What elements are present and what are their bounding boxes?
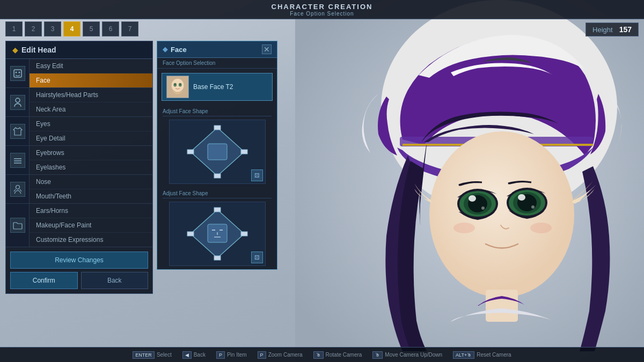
confirm-button[interactable]: Confirm [10,272,78,289]
step-tab-2[interactable]: 2 [25,21,42,36]
status-reset: ALT+🖱 Reset Camera [453,351,511,359]
zoom-label: Zoom Camera [268,352,303,358]
face-panel-header: ◆ Face ✕ [157,41,277,58]
svg-point-35 [180,84,181,85]
step-tab-4[interactable]: 4 [63,21,80,36]
move-label: Move Camera Up/Down [385,352,442,358]
dice-button-1[interactable]: ⚄ [251,169,263,181]
section-hair: Hairstyles/Head Parts Neck Area [6,88,152,117]
status-move: 🖱 Move Camera Up/Down [372,351,442,359]
menu-item-eyelashes[interactable]: Eyelashes [30,160,152,174]
face-option-name: Base Face T2 [193,83,233,91]
shape-control-1[interactable]: ⚄ [169,120,266,184]
bottom-action-buttons: Confirm Back [10,272,148,289]
svg-rect-37 [214,125,221,130]
svg-rect-44 [214,256,221,260]
face-icon [10,66,25,81]
menu-item-easy-edit[interactable]: Easy Edit [30,59,152,73]
body-icon [10,95,25,110]
section-ears: Ears/Horns Makeup/Face Paint Customize E… [6,204,152,247]
left-panel-title: Edit Head [21,46,56,54]
section-eyes: Eyes Eye Detail [6,117,152,146]
status-pin: P Pin Item [216,351,247,359]
face-panel-title-text: Face [171,46,187,54]
face-option-item[interactable]: Base Face T2 [162,73,273,101]
game-title: CHARACTER CREATION [272,3,373,11]
adjust-label-1: Adjust Face Shape [163,108,272,116]
height-display: Height 157 [586,23,639,36]
section-row-eyes: Eyes Eye Detail [6,117,152,145]
back-key: ◀ [182,351,192,359]
svg-rect-45 [187,232,194,236]
height-value: 157 [619,25,632,34]
svg-rect-39 [187,150,194,154]
review-changes-button[interactable]: Review Changes [10,252,148,269]
title-area: CHARACTER CREATION Face Option Selection [272,3,373,17]
status-zoom: P Zoom Camera [258,351,303,359]
reset-key: ALT+🖱 [453,351,474,359]
section-row-brows: Eyebrows Eyelashes [6,146,152,174]
enter-key: ENTER [133,351,155,359]
menu-item-eyebrows[interactable]: Eyebrows [30,146,152,160]
back-label: Back [194,352,206,358]
menu-item-nose[interactable]: Nose [30,175,152,189]
face-close-button[interactable]: ✕ [262,45,272,54]
rotate-key: 🖱 [313,351,324,359]
back-button[interactable]: Back [81,272,149,289]
svg-rect-41 [208,144,227,160]
face-panel: ◆ Face ✕ Face Option Selection Base Face… [157,41,277,270]
svg-point-27 [16,185,19,189]
svg-rect-38 [214,174,221,178]
svg-point-10 [481,206,485,210]
menu-item-expressions[interactable]: Customize Expressions [30,233,152,247]
menu-item-eye-detail[interactable]: Eye Detail [30,131,152,145]
height-label: Height [592,26,613,34]
shirt-icon-area [6,117,30,145]
menu-item-hairstyles[interactable]: Hairstyles/Head Parts [30,88,152,102]
section-items-ears: Ears/Horns Makeup/Face Paint Customize E… [30,204,152,247]
svg-point-9 [469,195,476,202]
rotate-label: Rotate Camera [326,352,362,358]
zoom-key: P [258,351,266,359]
section-brows: Eyebrows Eyelashes [6,146,152,175]
menu-item-makeup[interactable]: Makeup/Face Paint [30,218,152,233]
step-tab-5[interactable]: 5 [83,21,100,36]
face-thumbnail [166,76,189,98]
step-tab-1[interactable]: 1 [5,21,23,36]
menu-item-ears[interactable]: Ears/Horns [30,204,152,218]
step-tab-3[interactable]: 3 [44,21,61,36]
step-tabs: 1 2 3 4 5 6 7 [5,21,138,36]
left-panel-header: ◆ Edit Head [6,41,152,59]
step-tab-6[interactable]: 6 [102,21,119,36]
menu-item-face[interactable]: Face [30,73,152,87]
svg-point-16 [531,205,535,209]
svg-point-31 [172,79,184,92]
dice-button-2[interactable]: ⚄ [251,252,263,263]
lines-icon-area [6,146,30,174]
face-icon-area [6,59,30,87]
move-key: 🖱 [372,351,383,359]
section-row-hair: Hairstyles/Head Parts Neck Area [6,88,152,116]
svg-rect-40 [241,150,247,154]
menu-item-neck[interactable]: Neck Area [30,102,152,116]
section-row-face-icon: Easy Edit Face [6,59,152,87]
section-nose: Nose Mouth/Teeth [6,175,152,204]
section-items-nose: Nose Mouth/Teeth [30,175,152,203]
svg-rect-46 [241,232,247,236]
adjust-section-2: Adjust Face Shape [157,187,277,269]
face-section-label: Face Option Selection [157,58,277,69]
body-icon-area [6,88,30,116]
adjust-label-2: Adjust Face Shape [163,190,272,198]
folder-icon [10,218,25,233]
svg-line-28 [14,189,16,191]
menu-item-eyes[interactable]: Eyes [30,117,152,131]
svg-line-29 [20,189,21,191]
shape-control-2[interactable]: ⚄ [169,202,266,266]
character-svg [295,0,644,362]
left-panel: ◆ Edit Head Easy Edit Face Hai [5,41,153,294]
status-rotate: 🖱 Rotate Camera [313,351,362,359]
svg-point-18 [530,223,552,233]
step-tab-7[interactable]: 7 [121,21,138,36]
section-row-ears: Ears/Horns Makeup/Face Paint Customize E… [6,204,152,247]
menu-item-mouth[interactable]: Mouth/Teeth [30,189,152,203]
